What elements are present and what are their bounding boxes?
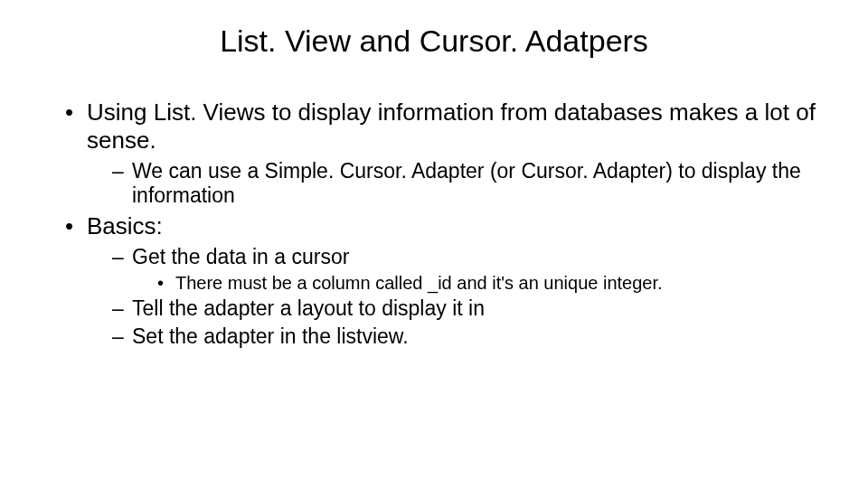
bullet-item: There must be a column called _id and it…: [157, 272, 832, 294]
bullet-list-level3: There must be a column called _id and it…: [132, 272, 832, 294]
bullet-item: Basics: Get the data in a cursor There m…: [65, 212, 832, 349]
bullet-list-level2: We can use a Simple. Cursor. Adapter (or…: [87, 159, 832, 208]
bullet-list-level2: Get the data in a cursor There must be a…: [87, 245, 832, 348]
bullet-text: Set the adapter in the listview.: [132, 324, 409, 348]
bullet-text: There must be a column called _id and it…: [175, 273, 663, 293]
bullet-item: We can use a Simple. Cursor. Adapter (or…: [112, 159, 832, 208]
bullet-text: We can use a Simple. Cursor. Adapter (or…: [132, 159, 801, 207]
bullet-item: Using List. Views to display information…: [65, 99, 832, 209]
slide-title: List. View and Cursor. Adatpers: [36, 23, 832, 59]
bullet-list-level1: Using List. Views to display information…: [36, 99, 832, 349]
bullet-text: Get the data in a cursor: [132, 245, 349, 268]
bullet-item: Set the adapter in the listview.: [112, 324, 832, 349]
bullet-text: Using List. Views to display information…: [87, 99, 816, 154]
bullet-text: Tell the adapter a layout to display it …: [132, 296, 485, 320]
bullet-text: Basics:: [87, 212, 163, 239]
bullet-item: Tell the adapter a layout to display it …: [112, 296, 832, 321]
bullet-item: Get the data in a cursor There must be a…: [112, 245, 832, 294]
